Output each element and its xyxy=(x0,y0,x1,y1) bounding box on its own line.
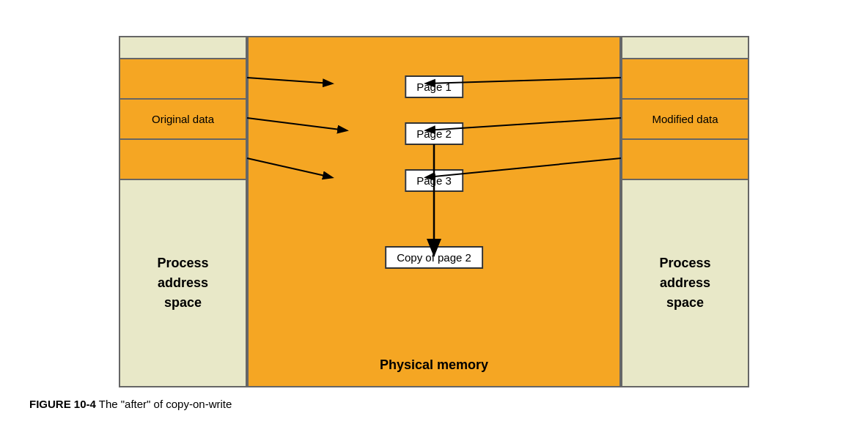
left-process-label: Processaddressspace xyxy=(157,253,208,313)
left-label-area: Processaddressspace xyxy=(120,180,246,386)
right-process-label: Processaddressspace xyxy=(659,253,710,313)
left-top-beige xyxy=(120,37,246,59)
physical-memory-box: Page 1 Page 2 Page 3 Copy of page 2 Phys… xyxy=(247,36,621,387)
right-row-orange-1 xyxy=(622,59,748,100)
physical-memory-label: Physical memory xyxy=(380,357,488,373)
left-row-orange-1 xyxy=(120,59,246,100)
copy-page2-box: Copy of page 2 xyxy=(385,246,483,269)
left-row-orange-2 xyxy=(120,140,246,180)
left-process-box: Original data Processaddressspace xyxy=(119,36,247,387)
modified-data-label: Modified data xyxy=(652,113,718,125)
right-top-beige xyxy=(622,37,748,59)
original-data-label: Original data xyxy=(152,113,214,125)
left-original-data-row: Original data xyxy=(120,100,246,140)
right-row-orange-2 xyxy=(622,140,748,180)
page3-box: Page 3 xyxy=(405,169,463,192)
caption-bold: FIGURE 10-4 xyxy=(29,398,96,410)
right-modified-data-row: Modified data xyxy=(622,100,748,140)
diagram-wrapper: Original data Processaddressspace Page 1… xyxy=(29,36,839,410)
right-process-box: Modified data Processaddressspace xyxy=(621,36,749,387)
page1-box: Page 1 xyxy=(405,75,463,98)
diagram: Original data Processaddressspace Page 1… xyxy=(119,36,749,387)
page2-box: Page 2 xyxy=(405,122,463,145)
caption-text: The "after" of copy-on-write xyxy=(96,398,232,410)
right-label-area: Processaddressspace xyxy=(622,180,748,386)
figure-caption: FIGURE 10-4 The "after" of copy-on-write xyxy=(29,398,232,410)
